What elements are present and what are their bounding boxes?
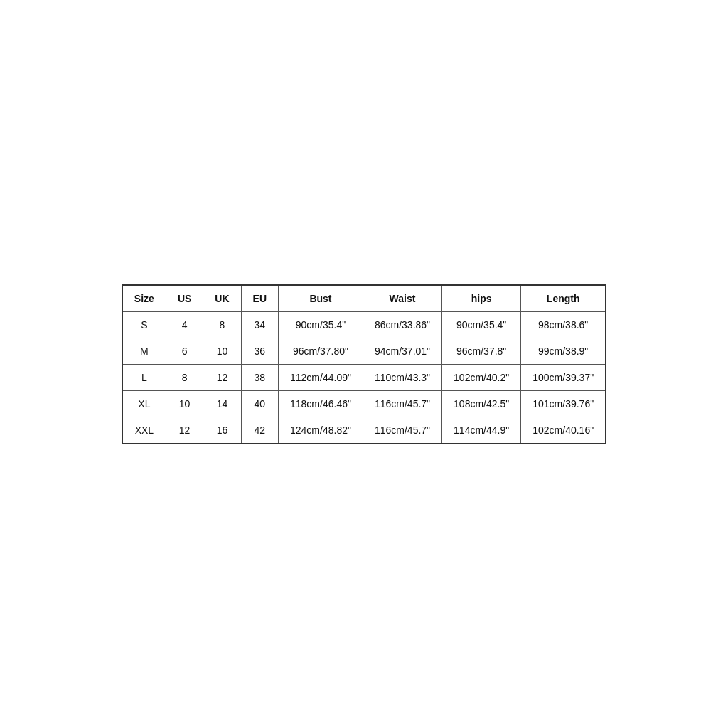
- header-hips: hips: [442, 285, 521, 312]
- cell-row0-col3: 34: [241, 311, 278, 338]
- table-row: XXL121642124cm/48.82"116cm/45.7"114cm/44…: [122, 417, 606, 444]
- cell-row1-col5: 94cm/37.01": [363, 338, 441, 364]
- header-uk: UK: [203, 285, 241, 312]
- cell-row3-col0: XL: [122, 390, 166, 417]
- cell-row1-col6: 96cm/37.8": [442, 338, 521, 364]
- cell-row1-col3: 36: [241, 338, 278, 364]
- cell-row3-col7: 101cm/39.76": [521, 390, 606, 417]
- cell-row1-col0: M: [122, 338, 166, 364]
- cell-row3-col6: 108cm/42.5": [442, 390, 521, 417]
- cell-row4-col2: 16: [203, 417, 241, 444]
- header-length: Length: [521, 285, 606, 312]
- cell-row3-col2: 14: [203, 390, 241, 417]
- cell-row0-col7: 98cm/38.6": [521, 311, 606, 338]
- table-row: S483490cm/35.4"86cm/33.86"90cm/35.4"98cm…: [122, 311, 606, 338]
- cell-row1-col4: 96cm/37.80": [279, 338, 363, 364]
- cell-row4-col5: 116cm/45.7": [363, 417, 441, 444]
- cell-row2-col1: 8: [166, 364, 203, 390]
- cell-row1-col7: 99cm/38.9": [521, 338, 606, 364]
- cell-row0-col1: 4: [166, 311, 203, 338]
- header-bust: Bust: [279, 285, 363, 312]
- cell-row0-col6: 90cm/35.4": [442, 311, 521, 338]
- header-us: US: [166, 285, 203, 312]
- cell-row2-col0: L: [122, 364, 166, 390]
- cell-row1-col1: 6: [166, 338, 203, 364]
- cell-row3-col5: 116cm/45.7": [363, 390, 441, 417]
- cell-row4-col1: 12: [166, 417, 203, 444]
- cell-row0-col0: S: [122, 311, 166, 338]
- cell-row2-col4: 112cm/44.09": [279, 364, 363, 390]
- header-eu: EU: [241, 285, 278, 312]
- table-header-row: SizeUSUKEUBustWaisthipsLength: [122, 285, 606, 312]
- table-row: M6103696cm/37.80"94cm/37.01"96cm/37.8"99…: [122, 338, 606, 364]
- cell-row4-col7: 102cm/40.16": [521, 417, 606, 444]
- cell-row0-col2: 8: [203, 311, 241, 338]
- size-chart-table: SizeUSUKEUBustWaisthipsLength S483490cm/…: [122, 284, 606, 444]
- cell-row1-col2: 10: [203, 338, 241, 364]
- cell-row0-col5: 86cm/33.86": [363, 311, 441, 338]
- cell-row4-col6: 114cm/44.9": [442, 417, 521, 444]
- header-waist: Waist: [363, 285, 441, 312]
- cell-row2-col2: 12: [203, 364, 241, 390]
- cell-row2-col3: 38: [241, 364, 278, 390]
- cell-row2-col7: 100cm/39.37": [521, 364, 606, 390]
- cell-row3-col1: 10: [166, 390, 203, 417]
- cell-row0-col4: 90cm/35.4": [279, 311, 363, 338]
- table-row: L81238112cm/44.09"110cm/43.3"102cm/40.2"…: [122, 364, 606, 390]
- header-size: Size: [122, 285, 166, 312]
- cell-row4-col3: 42: [241, 417, 278, 444]
- cell-row2-col5: 110cm/43.3": [363, 364, 441, 390]
- table-row: XL101440118cm/46.46"116cm/45.7"108cm/42.…: [122, 390, 606, 417]
- cell-row4-col4: 124cm/48.82": [279, 417, 363, 444]
- size-chart-container: SizeUSUKEUBustWaisthipsLength S483490cm/…: [122, 284, 606, 444]
- cell-row3-col3: 40: [241, 390, 278, 417]
- cell-row3-col4: 118cm/46.46": [279, 390, 363, 417]
- table-body: S483490cm/35.4"86cm/33.86"90cm/35.4"98cm…: [122, 311, 606, 444]
- cell-row4-col0: XXL: [122, 417, 166, 444]
- cell-row2-col6: 102cm/40.2": [442, 364, 521, 390]
